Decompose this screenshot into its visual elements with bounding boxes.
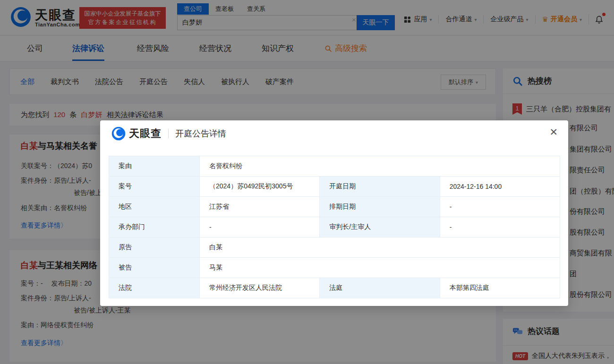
row-value: 名誉权纠纷 — [200, 156, 560, 177]
hearing-detail-table: 案由 名誉权纠纷 案号 （2024）苏0492民初3005号 开庭日期 2024… — [109, 156, 560, 298]
row-value: 白某 — [200, 237, 560, 258]
row-label: 案号 — [109, 177, 200, 197]
row-label: 案由 — [109, 156, 200, 177]
row-value: （2024）苏0492民初3005号 — [200, 177, 320, 197]
table-row: 被告 马某 — [109, 258, 560, 278]
row-label: 法院 — [109, 278, 200, 298]
table-row: 地区 江苏省 排期日期 - — [109, 197, 560, 217]
row-value: - — [440, 217, 560, 237]
row-label: 承办部门 — [109, 217, 200, 237]
hearing-detail-modal: 天眼查 开庭公告详情 ✕ 案由 名誉权纠纷 案号 （2024）苏0492民初30… — [100, 120, 568, 306]
close-icon[interactable]: ✕ — [549, 127, 558, 137]
row-label: 法庭 — [320, 278, 440, 298]
logo-swirl-icon — [111, 127, 126, 141]
table-row: 承办部门 - 审判长/主审人 - — [109, 217, 560, 237]
modal-title: 开庭公告详情 — [175, 128, 226, 139]
row-label: 被告 — [109, 258, 200, 278]
row-value: 2024-12-16 14:00 — [440, 177, 560, 197]
row-label: 地区 — [109, 197, 200, 217]
row-value: 本部第四法庭 — [440, 278, 560, 298]
modal-brand: 天眼查 — [129, 127, 162, 141]
row-label: 排期日期 — [320, 197, 440, 217]
row-label: 审判长/主审人 — [320, 217, 440, 237]
modal-header: 天眼查 开庭公告详情 — [111, 127, 226, 141]
row-value: 江苏省 — [200, 197, 320, 217]
table-row: 法院 常州经济开发区人民法院 法庭 本部第四法庭 — [109, 278, 560, 298]
row-label: 原告 — [109, 237, 200, 258]
row-value: 马某 — [200, 258, 560, 278]
divider — [168, 129, 169, 138]
table-row: 案由 名誉权纠纷 — [109, 156, 560, 177]
row-value: - — [200, 217, 320, 237]
table-row: 原告 白某 — [109, 237, 560, 258]
table-row: 案号 （2024）苏0492民初3005号 开庭日期 2024-12-16 14… — [109, 177, 560, 197]
row-value: 常州经济开发区人民法院 — [200, 278, 320, 298]
row-label: 开庭日期 — [320, 177, 440, 197]
row-value: - — [440, 197, 560, 217]
